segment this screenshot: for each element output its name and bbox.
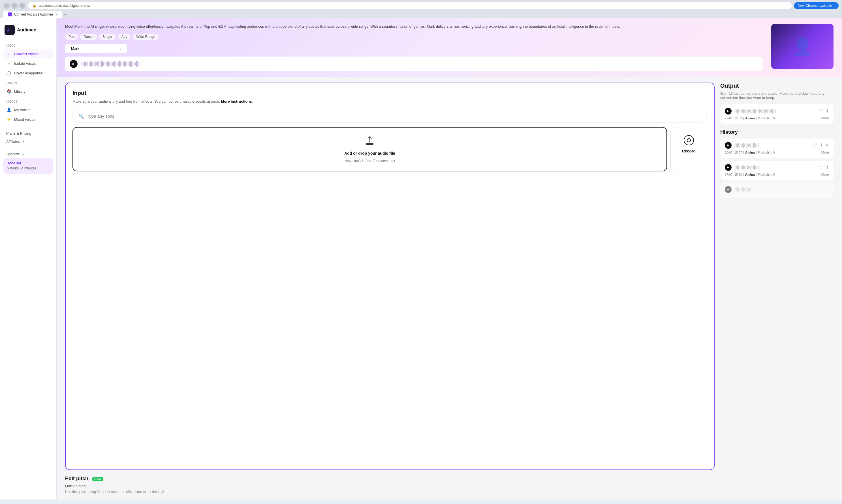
history-mini-bar: [738, 143, 739, 147]
waveform-bar: [135, 62, 135, 66]
sidebar-item-mixed-voices[interactable]: ⚡ Mixed voices: [3, 115, 53, 124]
history-mini-bar: [755, 143, 756, 147]
waveform-bar: [117, 61, 117, 67]
sidebar-item-affiliates[interactable]: Affiliates ↗: [3, 138, 53, 146]
history-play-2[interactable]: ▶: [725, 164, 732, 171]
history-mini-bar: [739, 144, 739, 146]
waveform-bar: [139, 61, 139, 67]
download-icon[interactable]: ⬇: [825, 108, 829, 114]
waveform-bar: [104, 62, 104, 65]
forward-button[interactable]: ›: [11, 2, 18, 9]
sidebar-item-isolate-vocals[interactable]: ⌿ Isolate vocals: [3, 59, 53, 68]
history-heart-icon-2[interactable]: ♡: [819, 165, 823, 170]
waveform-bar: [109, 62, 109, 66]
waveform-bar: [88, 60, 88, 67]
main-content: Meet Mark, the AI singer whose electrify…: [57, 18, 842, 500]
new-tab-button[interactable]: +: [64, 12, 67, 18]
search-icon: 🔍: [79, 113, 84, 119]
waveform-bar: [138, 62, 138, 66]
waveform-bar: [94, 61, 94, 67]
sidebar-item-library[interactable]: 📚 Library: [3, 87, 53, 95]
history-mini-bar-2: [746, 165, 746, 169]
lock-icon: 🔒: [32, 4, 36, 7]
history-more-2[interactable]: More: [821, 173, 829, 177]
history-mini-bar-3: [748, 187, 748, 192]
waveform-bar: [81, 63, 82, 65]
waveform-bar: [111, 61, 111, 67]
sidebar-item-plans[interactable]: Plans & Pricing: [3, 129, 53, 138]
reload-button[interactable]: ↻: [19, 2, 25, 9]
waveform-bar: [107, 62, 108, 66]
history-mini-bar-3: [742, 188, 743, 191]
new-chrome-button[interactable]: New Chrome available ↑: [794, 2, 839, 9]
input-title: Input: [72, 90, 707, 96]
mini-bar: [769, 110, 769, 112]
history-close-icon-1[interactable]: ✕: [825, 143, 829, 148]
history-mini-bar-2: [738, 166, 739, 169]
history-mini-bar-2: [739, 167, 739, 168]
history-mini-bar: [752, 144, 752, 147]
history-mini-bar-2: [740, 165, 740, 170]
output-timestamp-1: 27/07, 15:03: [725, 116, 742, 120]
mini-bar: [767, 109, 768, 113]
audio-player: ▶ (function(){ const heights = [8,12,18,…: [65, 57, 763, 71]
back-button[interactable]: ‹: [3, 2, 10, 9]
bolt-icon: ⚡: [6, 117, 11, 122]
history-mini-bar: [754, 143, 755, 148]
history-heart-icon-1[interactable]: ♡: [813, 143, 817, 148]
mini-bar: [751, 109, 751, 113]
history-mini-bar-3: [744, 187, 744, 192]
sidebar-item-cover-acappellas[interactable]: ◯ Cover acappellas: [3, 69, 53, 77]
mini-bar: [739, 110, 739, 112]
mini-bar: [768, 109, 768, 113]
music-icon: ♪: [6, 52, 11, 56]
waveform-bar: [97, 61, 98, 67]
artist-image-bg: 👤: [771, 24, 834, 69]
tag-singer: Singer: [99, 34, 116, 40]
history-more-1[interactable]: More: [821, 150, 829, 155]
active-tab[interactable]: Convert Vocals | Audimee ✕: [3, 11, 62, 18]
tab-favicon: [8, 13, 12, 16]
upload-label: Add or drop your audio file: [344, 151, 395, 156]
upgrade-button[interactable]: Upgrade →: [3, 150, 53, 158]
artist-more-button[interactable]: Mark ›: [65, 44, 127, 53]
record-area[interactable]: Record: [670, 127, 707, 172]
search-input[interactable]: [87, 114, 701, 119]
sidebar-item-my-voices[interactable]: 👤 My voices: [3, 106, 53, 114]
history-mini-bar-3: [736, 188, 737, 191]
waveform-bar: [103, 62, 104, 66]
mini-bar: [752, 110, 752, 112]
history-mini-bar: [737, 143, 738, 148]
tag-dance: Dance: [80, 34, 97, 40]
history-mini-bar-2: [742, 166, 743, 169]
history-download-icon-1[interactable]: ⬇: [819, 143, 823, 148]
mini-bar: [738, 109, 739, 113]
heart-icon[interactable]: ♡: [819, 108, 823, 114]
tab-close-button[interactable]: ✕: [55, 13, 58, 16]
nav-label-my-voices: My voices: [14, 108, 31, 112]
more-instructions-link[interactable]: More instructions: [221, 99, 252, 104]
address-bar[interactable]: 🔒 audimee.com/create/signal-in-rtux: [28, 2, 792, 9]
history-mini-bar: [746, 143, 747, 147]
nav-label-isolate: Isolate vocals: [14, 61, 36, 66]
upload-area[interactable]: Add or drop your audio file .wav, .mp3 &…: [72, 127, 667, 172]
history-waveform-3: ▶ (function(){ const h=[8,12,16,10,20,14…: [725, 186, 829, 193]
logo: A+ Audimee: [3, 23, 53, 40]
history-mini-waveform-3: (function(){ const h=[8,12,16,10,20,14,8…: [734, 186, 829, 193]
sidebar-item-convert-vocals[interactable]: ♪ Convert vocals: [3, 50, 53, 58]
waveform-bar: [83, 61, 83, 67]
history-download-icon-2[interactable]: ⬇: [825, 165, 829, 170]
history-play-3[interactable]: ▶: [725, 186, 732, 193]
search-bar[interactable]: 🔍: [72, 110, 707, 123]
mini-bar: [760, 110, 761, 112]
history-title: History: [720, 129, 834, 135]
artist-tags: Pop Dance Singer Airy Wide-Range: [65, 34, 763, 40]
play-button[interactable]: ▶: [70, 60, 78, 68]
output-play-button-1[interactable]: ▶: [725, 108, 732, 114]
history-mini-bar-3: [748, 188, 749, 191]
history-mini-bar: [740, 143, 740, 148]
mini-bar: [736, 110, 737, 112]
waveform-bar: [125, 61, 126, 67]
history-play-1[interactable]: ▶: [725, 142, 732, 149]
output-more-link-1[interactable]: More: [821, 116, 829, 120]
